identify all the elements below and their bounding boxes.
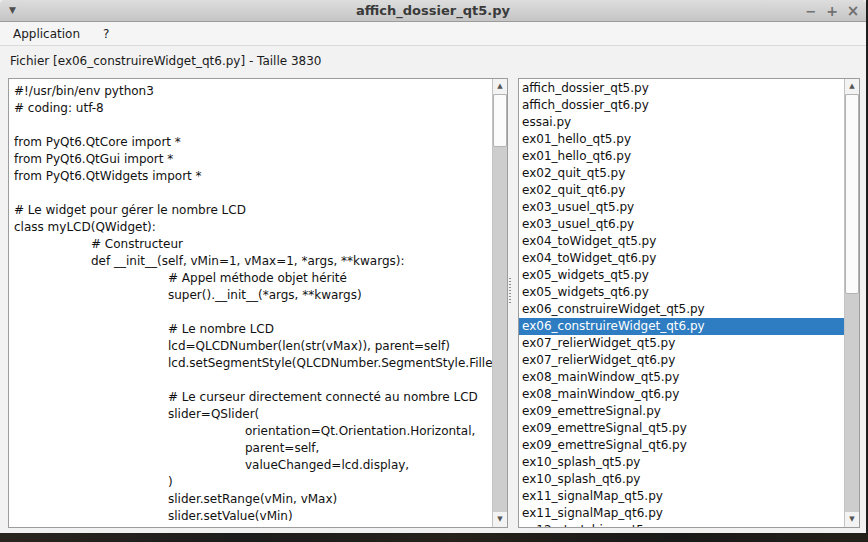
file-list-item[interactable]: ex07_relierWidget_qt5.py	[519, 335, 844, 352]
file-list-item[interactable]: ex08_mainWindow_qt6.py	[519, 386, 844, 403]
menu-application[interactable]: Application	[10, 25, 83, 43]
splitter-handle[interactable]	[508, 78, 518, 528]
file-list-item[interactable]: affich_dossier_qt6.py	[519, 97, 844, 114]
file-list-item[interactable]: ex01_hello_qt6.py	[519, 148, 844, 165]
code-text: #!/usr/bin/env python3 # coding: utf-8 f…	[9, 79, 492, 527]
file-list-item[interactable]: ex05_widgets_qt5.py	[519, 267, 844, 284]
file-list-item[interactable]: ex11_signalMap_qt5.py	[519, 488, 844, 505]
list-scrollbar-thumb[interactable]	[845, 94, 859, 294]
main-content: #!/usr/bin/env python3 # coding: utf-8 f…	[0, 78, 866, 528]
code-scrollbar[interactable]: ▲ ▼	[492, 79, 507, 527]
menu-help[interactable]: ?	[100, 25, 112, 43]
file-list-item[interactable]: ex04_toWidget_qt6.py	[519, 250, 844, 267]
file-list-item[interactable]: essai.py	[519, 114, 844, 131]
list-scrollbar[interactable]: ▲ ▼	[844, 79, 859, 527]
maximize-icon[interactable]: +	[825, 3, 839, 19]
scroll-down-icon[interactable]: ▼	[845, 512, 859, 527]
menubar: Application ?	[0, 22, 866, 46]
desktop-background	[0, 533, 868, 542]
file-list: affich_dossier_qt5.pyaffich_dossier_qt6.…	[519, 79, 844, 527]
scroll-up-icon[interactable]: ▲	[493, 79, 507, 94]
file-list-item[interactable]: ex12_stretching_qt5.py	[519, 522, 844, 527]
file-list-item[interactable]: ex01_hello_qt5.py	[519, 131, 844, 148]
window-controls: − + ×	[804, 0, 860, 22]
file-list-item[interactable]: ex02_quit_qt6.py	[519, 182, 844, 199]
file-list-item[interactable]: ex02_quit_qt5.py	[519, 165, 844, 182]
file-list-pane[interactable]: affich_dossier_qt5.pyaffich_dossier_qt6.…	[518, 78, 860, 528]
window-title: affich_dossier_qt5.py	[0, 3, 866, 18]
code-scrollbar-thumb[interactable]	[493, 94, 507, 147]
file-list-item[interactable]: affich_dossier_qt5.py	[519, 80, 844, 97]
file-list-item[interactable]: ex10_splash_qt6.py	[519, 471, 844, 488]
file-list-item[interactable]: ex09_emettreSignal_qt5.py	[519, 420, 844, 437]
titlebar[interactable]: ▼ affich_dossier_qt5.py − + ×	[0, 0, 866, 22]
close-icon[interactable]: ×	[846, 2, 860, 20]
scroll-up-icon[interactable]: ▲	[845, 79, 859, 94]
file-list-item[interactable]: ex04_toWidget_qt5.py	[519, 233, 844, 250]
app-window: ▼ affich_dossier_qt5.py − + × Applicatio…	[0, 0, 866, 533]
minimize-icon[interactable]: −	[804, 4, 818, 19]
file-list-item[interactable]: ex06_construireWidget_qt5.py	[519, 301, 844, 318]
code-viewer-pane[interactable]: #!/usr/bin/env python3 # coding: utf-8 f…	[8, 78, 508, 528]
file-list-item[interactable]: ex09_emettreSignal_qt6.py	[519, 437, 844, 454]
file-list-item[interactable]: ex08_mainWindow_qt5.py	[519, 369, 844, 386]
scroll-down-icon[interactable]: ▼	[493, 512, 507, 527]
file-list-item[interactable]: ex09_emettreSignal.py	[519, 403, 844, 420]
file-list-item[interactable]: ex05_widgets_qt6.py	[519, 284, 844, 301]
file-list-item[interactable]: ex11_signalMap_qt6.py	[519, 505, 844, 522]
file-list-item[interactable]: ex03_usuel_qt6.py	[519, 216, 844, 233]
file-info-label: Fichier [ex06_construireWidget_qt6.py] -…	[0, 46, 866, 77]
file-list-item[interactable]: ex06_construireWidget_qt6.py	[519, 318, 844, 335]
file-list-item[interactable]: ex07_relierWidget_qt6.py	[519, 352, 844, 369]
file-list-item[interactable]: ex10_splash_qt5.py	[519, 454, 844, 471]
file-list-item[interactable]: ex03_usuel_qt5.py	[519, 199, 844, 216]
